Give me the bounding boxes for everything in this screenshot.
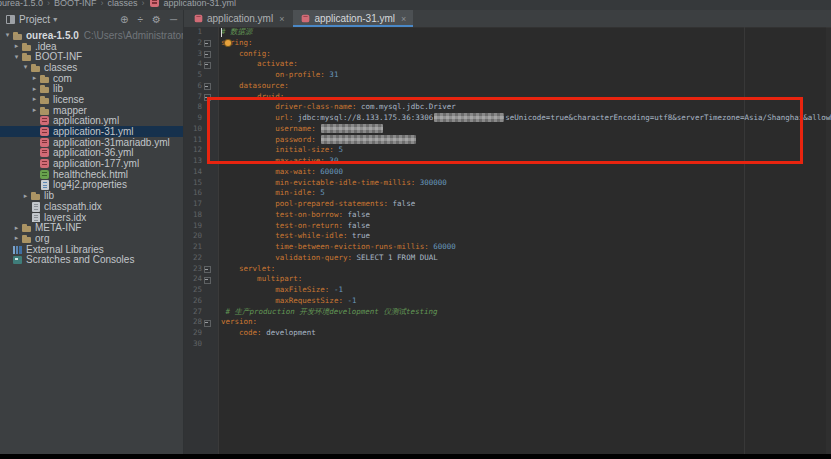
fold-marker-icon[interactable] [204, 51, 211, 58]
tree-item-boot-inf[interactable]: ▾BOOT-INF [0, 51, 183, 62]
code-line-10[interactable]: username: [221, 124, 831, 135]
chevron-right-icon[interactable]: ▸ [12, 224, 21, 232]
code-line-9[interactable]: url: jdbc:mysql://8.133.175.36:3306seUni… [221, 113, 831, 124]
code-line-28[interactable]: version: [221, 317, 831, 328]
code-line-7[interactable]: druid: [221, 92, 831, 103]
tree-item-ourea-1-5-0[interactable]: ▾ourea-1.5.0C:\Users\Administrator\Deskt… [0, 30, 183, 41]
code-line-12[interactable]: initial-size: 5 [221, 145, 831, 156]
chevron-right-icon[interactable]: ▸ [21, 192, 30, 200]
chevron-right-icon[interactable]: ▸ [30, 95, 39, 103]
tree-item-application-36-yml[interactable]: application-36.yml [0, 148, 183, 159]
code-line-3[interactable]: config: [221, 49, 831, 60]
chevron-right-icon[interactable]: ▸ [30, 85, 39, 93]
fold-marker-icon[interactable] [204, 320, 211, 327]
code-line-2[interactable]: spring: [221, 38, 831, 49]
tree-item-lib[interactable]: ▸lib [0, 83, 183, 94]
fold-marker-icon[interactable] [204, 94, 211, 101]
locate-icon[interactable]: ⊕ [120, 14, 128, 25]
code-line-25[interactable]: maxFileSize: -1 [221, 285, 831, 296]
code-line-26[interactable]: maxRequestSize: -1 [221, 296, 831, 307]
tree-item-scratches-and-consoles[interactable]: Scratches and Consoles [0, 254, 183, 265]
settings-icon[interactable]: ⚙ [152, 14, 161, 25]
line-number: 19 [184, 221, 202, 232]
code-line-22[interactable]: validation-query: SELECT 1 FROM DUAL [221, 253, 831, 264]
code-line-5[interactable]: on-profile: 31 [221, 70, 831, 81]
tree-item-org[interactable]: ▸org [0, 233, 183, 244]
line-number: 1 [184, 27, 202, 38]
editor[interactable]: 1234567891011121314151617181920212223242… [184, 27, 831, 454]
code-line-27[interactable]: # 生产production 开发环境development 仅测试testin… [221, 307, 831, 318]
chevron-right-icon[interactable]: ▸ [12, 42, 21, 50]
fold-marker-icon[interactable] [204, 83, 211, 90]
code-token: false [388, 199, 415, 208]
tree-item-application-31mariadb-yml[interactable]: application-31mariadb.yml [0, 137, 183, 148]
chevron-down-icon[interactable]: ▾ [21, 63, 30, 71]
close-icon[interactable]: × [401, 14, 406, 24]
code-line-21[interactable]: time-between-eviction-runs-millis: 60000 [221, 242, 831, 253]
hide-icon[interactable]: ─ [170, 14, 177, 25]
fold-marker-icon[interactable] [204, 266, 211, 273]
fold-marker-icon[interactable] [204, 277, 211, 284]
breadcrumb-item-classes[interactable]: classes [108, 0, 138, 8]
project-panel-title[interactable]: Project [19, 14, 50, 25]
code-line-19[interactable]: test-on-return: false [221, 221, 831, 232]
yml-icon [39, 148, 50, 159]
chevron-right-icon[interactable]: ▸ [30, 106, 39, 114]
tree-item-meta-inf[interactable]: ▸META-INF [0, 222, 183, 233]
collapse-all-icon[interactable]: ÷ [137, 14, 143, 25]
code-line-14[interactable]: max-wait: 60000 [221, 167, 831, 178]
breadcrumb-item-application-31-yml[interactable]: application-31.yml [164, 0, 237, 8]
code-line-29[interactable]: code: development [221, 328, 831, 339]
tree-item-lib[interactable]: ▸lib [0, 190, 183, 201]
tree-item-classpath-idx[interactable]: classpath.idx [0, 201, 183, 212]
tree-item-external-libraries[interactable]: External Libraries [0, 244, 183, 255]
tree-item-log4j2-properties[interactable]: log4j2.properties [0, 180, 183, 191]
tree-item-healthcheck-html[interactable]: healthcheck.html [0, 169, 183, 180]
tree-item-classes[interactable]: ▾classes [0, 62, 183, 73]
breadcrumb-item-ourea-1-5-0[interactable]: ourea-1.5.0 [0, 0, 43, 8]
code-line-15[interactable]: min-evictable-idle-time-millis: 300000 [221, 178, 831, 189]
code-area[interactable]: # 数据源spring: config: activate: on-profil… [219, 27, 831, 454]
tree-item-label: application-36.yml [53, 148, 134, 159]
code-line-16[interactable]: min-idle: 5 [221, 188, 831, 199]
editor-scrollbar[interactable] [826, 27, 831, 454]
chevron-right-icon[interactable]: ▸ [12, 234, 21, 242]
code-token: min-evictable-idle-time-millis: [221, 178, 415, 187]
tree-item-mapper[interactable]: ▸mapper [0, 105, 183, 116]
tree-item-application-31-yml[interactable]: application-31.yml [0, 126, 183, 137]
tree-item-idea[interactable]: ▸.idea [0, 41, 183, 52]
tree-item-application-177-yml[interactable]: application-177.yml [0, 158, 183, 169]
yml-file-icon [194, 14, 203, 23]
tree-item-com[interactable]: ▸com [0, 73, 183, 84]
code-line-20[interactable]: test-while-idle: true [221, 231, 831, 242]
code-line-30[interactable] [221, 339, 831, 350]
code-line-1[interactable]: # 数据源 [221, 27, 831, 38]
code-token [316, 135, 321, 144]
fold-marker-icon[interactable] [204, 62, 211, 69]
code-line-13[interactable]: max-active: 30 [221, 156, 831, 167]
tab-application-31-yml[interactable]: application-31.yml× [293, 10, 413, 27]
tab-application-yml[interactable]: application.yml× [186, 10, 291, 27]
chevron-down-icon[interactable]: ▾ [12, 53, 21, 61]
code-line-11[interactable]: password: [221, 135, 831, 146]
tree-item-label: META-INF [35, 222, 81, 233]
code-line-4[interactable]: activate: [221, 59, 831, 70]
tree-item-layers-idx[interactable]: layers.idx [0, 212, 183, 223]
code-line-24[interactable]: multipart: [221, 274, 831, 285]
code-line-6[interactable]: datasource: [221, 81, 831, 92]
code-line-8[interactable]: driver-class-name: com.mysql.jdbc.Driver [221, 102, 831, 113]
tree-item-application-yml[interactable]: application.yml [0, 116, 183, 127]
breadcrumb-separator: › [47, 0, 50, 8]
code-line-17[interactable]: pool-prepared-statements: false [221, 199, 831, 210]
chevron-down-icon[interactable]: ▾ [53, 15, 57, 24]
breadcrumb-item-boot-inf[interactable]: BOOT-INF [54, 0, 97, 8]
code-line-23[interactable]: servlet: [221, 264, 831, 275]
tree-item-license[interactable]: ▸license [0, 94, 183, 105]
fold-marker-icon[interactable] [204, 40, 211, 47]
project-tool-window: Project ▾ ⊕÷⚙─ ▾ourea-1.5.0C:\Users\Admi… [0, 10, 184, 454]
code-line-18[interactable]: test-on-borrow: false [221, 210, 831, 221]
close-icon[interactable]: × [279, 14, 284, 24]
chevron-right-icon[interactable]: ▸ [30, 74, 39, 82]
line-number: 11 [184, 135, 202, 146]
chevron-down-icon[interactable]: ▾ [3, 31, 12, 39]
